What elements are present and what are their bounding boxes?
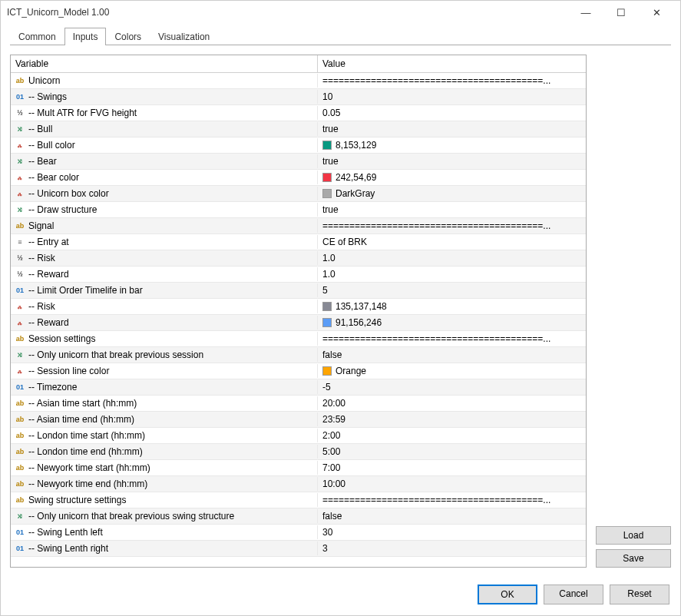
save-button[interactable]: Save xyxy=(596,549,671,568)
value-cell[interactable]: 91,156,246 xyxy=(318,316,586,330)
variable-cell: ab-- London time start (hh:mm) xyxy=(11,429,318,442)
value-cell[interactable]: false xyxy=(318,509,586,523)
table-row[interactable]: 01-- Swing Lenth right3 xyxy=(11,541,586,557)
value-cell[interactable]: true xyxy=(318,203,586,217)
table-row[interactable]: ஃ-- Bull color8,153,129 xyxy=(11,137,586,154)
column-value[interactable]: Value xyxy=(318,55,586,72)
table-row[interactable]: ab-- Newyork time end (hh:mm)10:00 xyxy=(11,476,586,492)
value-cell[interactable]: 5:00 xyxy=(318,445,586,459)
variable-cell: 01-- Swing Lenth left xyxy=(11,525,318,539)
table-row[interactable]: ஃ-- Session line colorOrange xyxy=(11,363,586,379)
float-type-icon: ½ xyxy=(15,108,25,118)
table-row[interactable]: ≡-- Entry atCE of BRK xyxy=(11,234,586,250)
table-row[interactable]: ab-- Asian time start (hh:mm)20:00 xyxy=(11,396,586,412)
table-row[interactable]: abSession settings======================… xyxy=(11,331,586,347)
variable-name: Unicorn xyxy=(28,75,60,86)
table-row[interactable]: abSignal================================… xyxy=(11,218,586,234)
value-cell[interactable]: false xyxy=(318,348,586,362)
value-text: 3 xyxy=(322,543,328,554)
table-row[interactable]: 01-- Swings10 xyxy=(11,89,586,105)
table-row[interactable]: ⤭-- Bulltrue xyxy=(11,121,586,137)
value-cell[interactable]: 242,54,69 xyxy=(318,171,586,184)
value-cell[interactable]: 5 xyxy=(318,283,586,297)
variable-name: -- Swings xyxy=(28,91,67,102)
value-cell[interactable]: -5 xyxy=(318,380,586,394)
column-variable[interactable]: Variable xyxy=(11,55,318,72)
value-cell[interactable]: 2:00 xyxy=(318,429,586,442)
string-type-icon: ab xyxy=(15,495,25,505)
table-row[interactable]: ½-- Risk1.0 xyxy=(11,250,586,267)
value-cell[interactable]: 10:00 xyxy=(318,477,586,491)
variable-cell: 01-- Swing Lenth right xyxy=(11,541,318,555)
variable-cell: ஃ-- Bull color xyxy=(11,138,318,152)
window-controls: — ☐ ✕ xyxy=(568,2,674,23)
string-type-icon: ab xyxy=(15,75,25,86)
variable-cell: abSignal xyxy=(11,219,318,233)
tab-inputs[interactable]: Inputs xyxy=(64,28,107,45)
table-row[interactable]: ab-- London time start (hh:mm)2:00 xyxy=(11,428,586,444)
table-row[interactable]: abUnicorn===============================… xyxy=(11,73,586,89)
table-row[interactable]: ⤭-- Beartrue xyxy=(11,154,586,170)
variable-cell: ab-- Asian time end (hh:mm) xyxy=(11,412,318,426)
value-cell[interactable]: Orange xyxy=(318,364,586,378)
value-text: 1.0 xyxy=(322,253,336,263)
table-row[interactable]: ab-- Newyork time start (hh:mm)7:00 xyxy=(11,460,586,476)
variable-name: -- Mult ATR for FVG height xyxy=(28,108,137,118)
table-row[interactable]: ½-- Reward1.0 xyxy=(11,267,586,283)
table-row[interactable]: ½-- Mult ATR for FVG height0.05 xyxy=(11,105,586,121)
value-cell[interactable]: 1.0 xyxy=(318,267,586,281)
table-row[interactable]: 01-- Limit Order Timelife in bar5 xyxy=(11,283,586,299)
color-swatch xyxy=(322,302,332,311)
table-row[interactable]: ஃ-- Bear color242,54,69 xyxy=(11,170,586,186)
table-row[interactable]: ⤭-- Only unicorn that break previous swi… xyxy=(11,508,586,525)
table-row[interactable]: ab-- London time end (hh:mm)5:00 xyxy=(11,444,586,460)
value-cell[interactable]: 30 xyxy=(318,525,586,539)
table-row[interactable]: ab-- Asian time end (hh:mm)23:59 xyxy=(11,412,586,428)
float-type-icon: ½ xyxy=(15,253,25,263)
value-text: CE of BRK xyxy=(322,237,367,247)
value-cell[interactable]: true xyxy=(318,154,586,168)
tab-visualization[interactable]: Visualization xyxy=(150,28,218,45)
variable-cell: ⤭-- Bull xyxy=(11,122,318,136)
bool-type-icon: ⤭ xyxy=(15,511,25,522)
table-row[interactable]: ஃ-- Risk135,137,148 xyxy=(11,299,586,315)
variable-name: -- Swing Lenth right xyxy=(28,543,108,554)
table-row[interactable]: ⤭-- Only unicorn that break previous ses… xyxy=(11,347,586,363)
value-cell[interactable]: ========================================… xyxy=(318,219,586,233)
cancel-button[interactable]: Cancel xyxy=(544,585,603,604)
color-type-icon: ஃ xyxy=(15,140,25,151)
value-cell[interactable]: 10 xyxy=(318,90,586,104)
tab-colors[interactable]: Colors xyxy=(106,28,150,45)
value-cell[interactable]: 8,153,129 xyxy=(318,138,586,152)
value-cell[interactable]: ========================================… xyxy=(318,74,586,88)
value-cell[interactable]: DarkGray xyxy=(318,187,586,200)
value-cell[interactable]: 0.05 xyxy=(318,106,586,120)
close-button[interactable]: ✕ xyxy=(639,2,674,23)
load-button[interactable]: Load xyxy=(596,526,671,545)
ok-button[interactable]: OK xyxy=(478,585,537,604)
table-row[interactable]: ஃ-- Reward91,156,246 xyxy=(11,315,586,331)
int-type-icon: 01 xyxy=(15,285,25,296)
value-cell[interactable]: true xyxy=(318,122,586,136)
value-cell[interactable]: CE of BRK xyxy=(318,235,586,249)
value-cell[interactable]: 23:59 xyxy=(318,412,586,426)
minimize-button[interactable]: — xyxy=(568,2,603,23)
reset-button[interactable]: Reset xyxy=(610,585,669,604)
value-cell[interactable]: 20:00 xyxy=(318,396,586,410)
table-row[interactable]: ஃ-- Unicorn box colorDarkGray xyxy=(11,186,586,202)
color-type-icon: ஃ xyxy=(15,317,25,328)
value-cell[interactable]: 135,137,148 xyxy=(318,300,586,313)
value-cell[interactable]: 1.0 xyxy=(318,251,586,265)
tab-common[interactable]: Common xyxy=(10,28,64,45)
variable-name: -- Draw structure xyxy=(28,204,97,215)
table-row[interactable]: abSwing structure settings==============… xyxy=(11,492,586,508)
maximize-button[interactable]: ☐ xyxy=(603,2,639,23)
table-row[interactable]: ⤭-- Draw structuretrue xyxy=(11,202,586,218)
value-cell[interactable]: 7:00 xyxy=(318,461,586,475)
value-cell[interactable]: ========================================… xyxy=(318,332,586,346)
table-row[interactable]: 01-- Timezone-5 xyxy=(11,379,586,396)
table-row[interactable]: 01-- Swing Lenth left30 xyxy=(11,525,586,541)
color-swatch xyxy=(322,173,332,182)
value-cell[interactable]: 3 xyxy=(318,541,586,555)
value-cell[interactable]: ========================================… xyxy=(318,493,586,507)
